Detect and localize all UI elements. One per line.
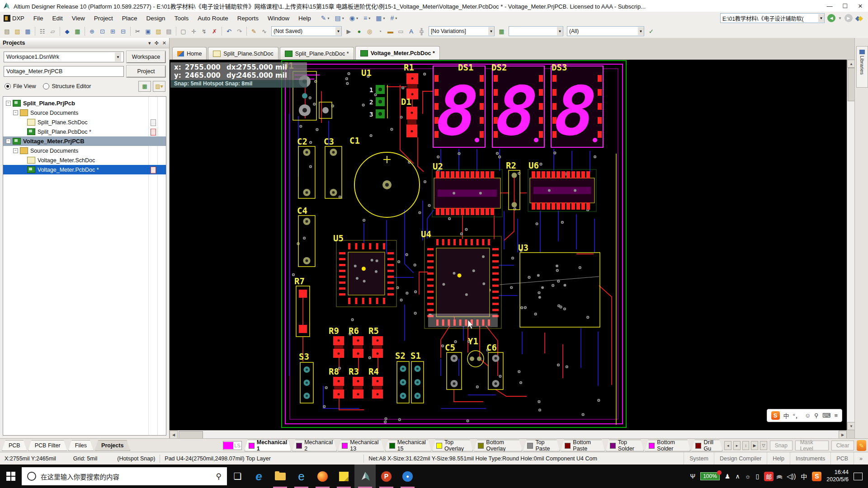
status-menu-pcb[interactable]: PCB xyxy=(830,452,854,465)
battery-status[interactable]: 100% xyxy=(700,472,720,480)
component-U5[interactable]: U5 xyxy=(333,233,344,243)
photos-icon[interactable]: ☼ xyxy=(745,473,751,480)
video-app-icon[interactable]: ● xyxy=(397,465,418,488)
component-R1[interactable]: R1 xyxy=(404,62,414,72)
panel-tab-pcb[interactable]: PCB xyxy=(2,440,27,451)
close-button[interactable]: ✕ xyxy=(853,0,868,11)
toolbox-icon[interactable]: ≡ xyxy=(834,412,838,419)
layer-tab-top-solder[interactable]: Top Solder xyxy=(606,440,644,451)
workspace-button[interactable]: Workspace xyxy=(127,51,165,63)
empty-combo[interactable]: ▼ xyxy=(509,26,563,36)
layer-tab-bottom-overlay[interactable]: Bottom Overlay xyxy=(474,440,522,451)
component-C2[interactable]: C2 xyxy=(297,136,307,146)
place-room-icon[interactable]: ▭ xyxy=(396,26,406,36)
layer-scroll-left-icon[interactable]: ◂ xyxy=(724,441,731,450)
print-preview-icon[interactable]: ▱ xyxy=(47,26,58,36)
panel-tab-projects[interactable]: Projects xyxy=(94,440,130,451)
menu-design[interactable]: Design xyxy=(142,14,170,23)
component-D1[interactable]: D1 xyxy=(401,97,411,107)
component-S3[interactable]: S3 xyxy=(299,352,309,361)
find-icon[interactable]: ◉▾ xyxy=(349,14,358,22)
component-U4[interactable]: U4 xyxy=(421,229,431,239)
zoom-fit-icon[interactable]: ⊕ xyxy=(87,26,97,36)
sogou-ime-bar[interactable]: S 中°，☺⚲⌨≡ xyxy=(767,409,842,422)
ie-icon[interactable]: e xyxy=(291,465,312,488)
menu-auto-route[interactable]: Auto Route xyxy=(193,14,233,23)
menu-window[interactable]: Window xyxy=(263,14,294,23)
component-C3[interactable]: C3 xyxy=(324,136,334,146)
horizontal-scroll-thumb[interactable] xyxy=(179,431,203,439)
component-U6[interactable]: U6 xyxy=(528,160,539,170)
component-S1[interactable]: S1 xyxy=(410,351,421,361)
layer-tab-mechanical-2[interactable]: Mechanical 2 xyxy=(292,440,337,451)
plug-icon[interactable]: Ψ xyxy=(690,473,695,480)
placement-arrow-icon[interactable]: ▶ xyxy=(344,26,354,36)
tree-item[interactable]: −Split_Plane.PrjPcb xyxy=(3,99,166,108)
altium-icon[interactable] xyxy=(354,465,376,488)
component-R4[interactable]: R4 xyxy=(368,366,379,376)
place-via-icon[interactable]: ◎ xyxy=(364,26,375,36)
tree-item[interactable]: Voltage_Meter.SchDoc xyxy=(3,155,166,165)
layer-tab-bottom-solder[interactable]: Bottom Solder xyxy=(645,440,690,451)
sogou-logo-icon[interactable]: S xyxy=(771,411,780,420)
workspace-combo[interactable]: Workspace1.DsnWrk▼ xyxy=(4,52,124,62)
task-view-button[interactable]: ❏ xyxy=(227,465,248,488)
sogou-mini-icon[interactable]: ✎ xyxy=(857,440,866,451)
wiring-icon[interactable]: ▤▾ xyxy=(335,14,344,22)
start-button[interactable] xyxy=(0,465,22,488)
layer-set-box[interactable]: LS xyxy=(223,441,241,450)
component-S2[interactable]: S2 xyxy=(395,351,406,361)
keyboard-icon[interactable]: ⌨ xyxy=(822,412,831,419)
notification-center-icon[interactable] xyxy=(854,473,863,480)
edge-icon[interactable]: e xyxy=(248,465,269,488)
clear-button[interactable]: Clear xyxy=(831,441,854,450)
menu-place[interactable]: Place xyxy=(118,14,142,23)
component-DS1[interactable]: DS1 xyxy=(458,62,473,72)
menu-view[interactable]: View xyxy=(67,14,90,23)
tree-item[interactable]: Split_Plane.PcbDoc * xyxy=(3,127,166,136)
room-icon[interactable]: ▦▾ xyxy=(376,14,385,22)
mail-icon[interactable]: 邮 xyxy=(764,472,774,481)
zoom-selected-icon[interactable]: ⊟ xyxy=(118,26,128,36)
component-R6[interactable]: R6 xyxy=(349,326,359,336)
save-icon[interactable]: ▦ xyxy=(23,26,33,36)
scope-combo[interactable]: (All)▼ xyxy=(567,26,644,36)
menu-reports[interactable]: Reports xyxy=(233,14,263,23)
horizontal-scrollbar[interactable]: ◀ ▶ xyxy=(170,430,847,439)
layer-pair-icon[interactable]: ⁝ xyxy=(742,441,750,450)
structure-editor-radio[interactable]: Structure Editor xyxy=(43,83,91,89)
sogou-tray-icon[interactable]: S xyxy=(812,472,821,481)
component-R9[interactable]: R9 xyxy=(329,326,339,336)
component-C4[interactable]: C4 xyxy=(297,206,307,216)
menu-tools[interactable]: Tools xyxy=(170,14,193,23)
ime-indicator[interactable]: 中 xyxy=(801,472,807,481)
expand-icon[interactable]: ▶ xyxy=(751,441,758,450)
layer-tab-top-paste[interactable]: Top Paste xyxy=(523,440,560,451)
snap-button[interactable]: Snap xyxy=(770,441,793,450)
storage-path-combo[interactable]: E:\01教学材料\《电子设计辅助软( ▼ xyxy=(720,13,825,23)
battery-icon[interactable]: ▯ xyxy=(756,473,760,480)
expander-icon[interactable]: − xyxy=(13,110,18,115)
status-menu-instruments[interactable]: Instruments xyxy=(790,452,830,465)
expander-icon[interactable]: − xyxy=(6,101,11,106)
print-icon[interactable]: ☷ xyxy=(37,26,47,36)
copy-icon[interactable]: ▣ xyxy=(143,26,153,36)
component-C5[interactable]: C5 xyxy=(445,343,455,352)
component-R8[interactable]: R8 xyxy=(329,366,339,376)
layer-tab-top-overlay[interactable]: Top Overlay xyxy=(432,440,473,451)
ime-mode-icon[interactable]: 中 xyxy=(783,411,789,420)
variant-board-icon[interactable]: ▦ xyxy=(496,26,507,36)
doc-tab-voltage-meter-pcbdoc-[interactable]: Voltage_Meter.PcbDoc * xyxy=(355,46,440,60)
expander-icon[interactable]: − xyxy=(13,148,18,153)
expander-icon[interactable]: − xyxy=(6,139,11,144)
menu-file[interactable]: File xyxy=(29,14,48,23)
favorites-icon[interactable]: ◆◆ xyxy=(855,14,863,22)
vertical-scroll-thumb[interactable] xyxy=(848,68,855,101)
wifi-icon[interactable]: ((( xyxy=(777,475,783,478)
back-dropdown-icon[interactable]: ▼ xyxy=(838,16,842,20)
dxp-menu[interactable]: DXP xyxy=(0,15,29,22)
undo-icon[interactable]: ↶ xyxy=(224,26,234,36)
mic-icon[interactable]: ⚲ xyxy=(216,472,222,481)
firefox-icon[interactable] xyxy=(312,465,333,488)
file-view-radio[interactable]: File View xyxy=(5,83,36,89)
